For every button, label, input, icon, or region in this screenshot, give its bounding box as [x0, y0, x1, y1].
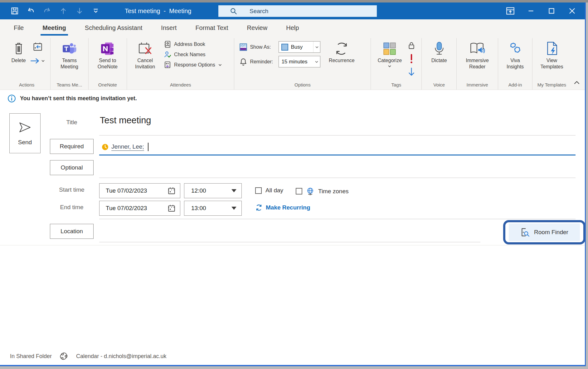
tab-insert[interactable]: Insert	[152, 19, 186, 36]
cancel-invitation-button[interactable]: Cancel Invitation	[130, 39, 160, 70]
low-importance-icon[interactable]	[407, 67, 415, 78]
ribbon-display-options-icon[interactable]	[500, 2, 521, 19]
required-button[interactable]: Required	[50, 139, 94, 154]
make-recurring-icon	[255, 204, 263, 211]
down-arrow-icon	[75, 7, 84, 15]
end-time-label: End time	[50, 204, 94, 211]
shared-folder-label: In Shared Folder	[10, 353, 52, 360]
reminder-dropdown[interactable]: 15 minutes	[279, 56, 320, 67]
all-day-option: All day	[255, 187, 283, 194]
minimize-button[interactable]	[521, 2, 541, 19]
ribbon-group-attendees: Cancel Invitation Address Book Check Nam…	[127, 38, 234, 90]
end-time-dropdown[interactable]: 13:00	[184, 201, 242, 216]
high-importance-icon[interactable]	[410, 54, 413, 65]
ribbon-group-addin: Viva Insights Add-in	[498, 38, 532, 90]
all-day-checkbox[interactable]	[255, 187, 262, 194]
window-controls	[500, 2, 582, 19]
reminder-label: Reminder:	[250, 59, 276, 65]
search-icon	[230, 7, 238, 15]
busy-swatch-icon	[281, 44, 288, 51]
send-icon	[18, 121, 32, 134]
chevron-down-icon	[315, 46, 319, 49]
viva-insights-icon	[508, 40, 522, 57]
response-options-button[interactable]: Response Options	[164, 61, 222, 69]
delete-button[interactable]: Delete	[8, 39, 30, 64]
check-names-icon	[164, 51, 171, 58]
teams-meeting-button[interactable]: Teams Meeting	[55, 39, 84, 70]
chevron-down-icon	[41, 59, 45, 62]
tab-review[interactable]: Review	[238, 19, 277, 36]
end-date-field[interactable]: Tue 07/02/2023	[99, 201, 180, 216]
private-lock-icon[interactable]	[407, 41, 415, 51]
quick-access-toolbar	[0, 7, 100, 15]
make-recurring-link[interactable]: Make Recurring	[255, 204, 310, 211]
group-label-addin: Add-in	[498, 80, 532, 90]
optional-button[interactable]: Optional	[50, 160, 94, 175]
address-book-button[interactable]: Address Book	[164, 40, 222, 48]
group-label-attendees: Attendees	[127, 80, 234, 90]
view-templates-button[interactable]: View Templates	[536, 39, 567, 70]
info-icon	[7, 94, 16, 103]
dictate-button[interactable]: Dictate	[425, 39, 454, 64]
show-as-dropdown[interactable]: Busy	[279, 41, 320, 53]
immersive-reader-button[interactable]: Immersive Reader	[461, 39, 493, 70]
room-finder-highlight-ring: Room Finder	[503, 220, 586, 244]
viva-insights-button[interactable]: Viva Insights	[502, 39, 528, 70]
start-date-field[interactable]: Tue 07/02/2023	[99, 183, 180, 198]
ribbon-group-actions: Delete Actions	[3, 38, 50, 90]
group-label-onenote: OneNote	[89, 80, 127, 90]
time-zones-label: Time zones	[318, 188, 349, 195]
forward-button[interactable]	[30, 57, 45, 64]
collapse-ribbon-icon[interactable]	[571, 78, 582, 86]
required-field[interactable]: Jenner, Lee;	[102, 143, 148, 151]
categorize-button[interactable]: Categorize	[375, 39, 404, 68]
send-to-onenote-button[interactable]: Send to OneNote	[93, 39, 122, 70]
location-row-top-line	[99, 219, 576, 219]
tab-scheduling-assistant[interactable]: Scheduling Assistant	[75, 19, 152, 36]
tab-file[interactable]: File	[4, 19, 33, 36]
ribbon-group-onenote: Send to OneNote OneNote	[88, 38, 127, 90]
close-button[interactable]	[562, 2, 582, 19]
ribbon-group-templates: View Templates My Templates	[532, 38, 571, 90]
bell-icon	[239, 58, 247, 66]
room-finder-button[interactable]: Room Finder	[509, 224, 580, 241]
document-lightning-icon	[545, 40, 559, 57]
optional-field-underline	[99, 178, 576, 178]
title-field[interactable]: Test meeting	[100, 115, 151, 125]
tab-format-text[interactable]: Format Text	[186, 19, 237, 36]
tab-help[interactable]: Help	[277, 19, 308, 36]
start-time-label: Start time	[50, 186, 94, 193]
ribbon-group-immersive: Immersive Reader Immersive	[456, 38, 498, 90]
chevron-down-icon	[218, 63, 222, 66]
form-bottom-line	[0, 245, 585, 245]
outlook-meeting-window: Test meeting - Meeting Search File Meeti…	[0, 2, 586, 366]
ribbon: Delete Actions	[0, 36, 585, 90]
check-names-button[interactable]: Check Names	[164, 50, 222, 59]
maximize-button[interactable]	[541, 2, 562, 19]
chevron-down-icon	[388, 65, 391, 68]
attendee-chip[interactable]: Jenner, Lee;	[111, 143, 144, 151]
calendar-icon	[168, 187, 176, 195]
show-as-label: Show As:	[250, 44, 276, 50]
required-field-focus-underline	[99, 155, 576, 155]
location-button[interactable]: Location	[50, 224, 94, 239]
time-zones-checkbox[interactable]	[296, 188, 302, 194]
titlebar: Test meeting - Meeting Search	[0, 2, 585, 19]
title-label: Title	[50, 119, 94, 126]
group-label-tags: Tags	[371, 80, 421, 90]
group-label-templates: My Templates	[532, 80, 571, 90]
start-time-dropdown[interactable]: 12:00	[184, 183, 242, 198]
customize-qat-icon[interactable]	[92, 7, 100, 15]
infobar: You haven’t sent this meeting invitation…	[0, 90, 585, 106]
redo-icon	[43, 7, 51, 15]
calendar-account-label: Calendar - d.nichols@imperial.ac.uk	[76, 353, 166, 360]
calendar-arrow-icon[interactable]	[32, 42, 43, 53]
search-box[interactable]: Search	[218, 5, 377, 17]
undo-icon[interactable]	[27, 7, 35, 15]
tab-meeting[interactable]: Meeting	[33, 19, 75, 36]
window-title: Test meeting - Meeting	[125, 2, 191, 19]
immersive-reader-icon	[469, 40, 485, 57]
recurrence-button[interactable]: Recurrence	[326, 39, 357, 64]
save-icon[interactable]	[11, 7, 19, 15]
send-button[interactable]: Send	[9, 113, 41, 153]
